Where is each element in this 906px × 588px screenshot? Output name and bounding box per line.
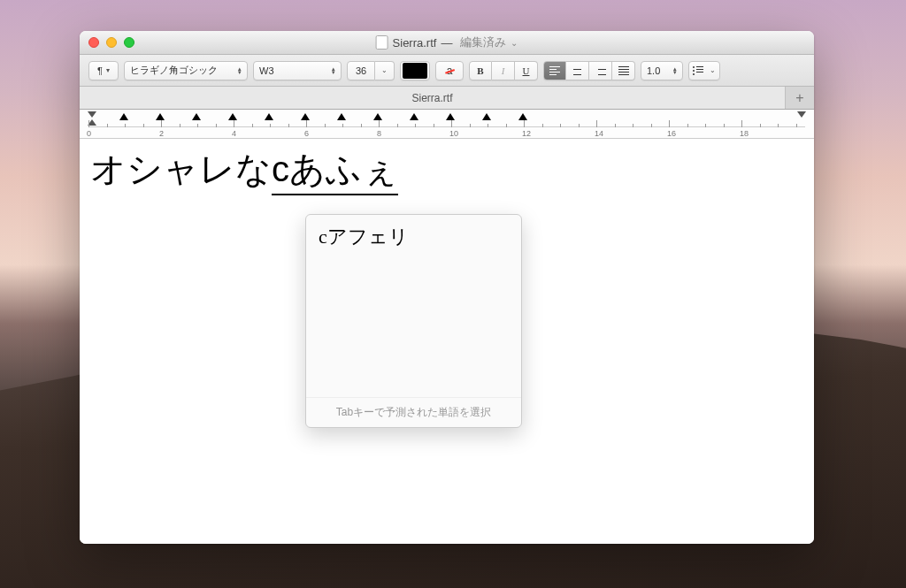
ime-composing-text: cあふぇ — [272, 149, 398, 195]
typed-text: オシャレな — [90, 149, 272, 188]
tab-stop-marker[interactable] — [228, 113, 237, 120]
font-weight-select[interactable]: W3 ▴▾ — [253, 61, 342, 80]
ruler-tick-label: 8 — [377, 129, 381, 138]
ruler-tick-label: 4 — [232, 129, 236, 138]
ruler-tick-label: 0 — [87, 129, 91, 138]
candidate-item[interactable]: cアフェリ — [306, 215, 521, 259]
document-text-line: オシャレなcあふぇ — [90, 148, 803, 190]
window-title-filename: Sierra.rtf — [393, 36, 437, 50]
minimize-button[interactable] — [106, 37, 117, 48]
text-color-button[interactable] — [400, 61, 430, 80]
tab-label: Sierra.rtf — [411, 92, 452, 104]
font-family-select[interactable]: ヒラギノ角ゴシック ▴▾ — [124, 61, 248, 80]
orientation-select[interactable]: ¶ ▾ — [88, 61, 119, 80]
font-size-group: 36 ⌄ — [347, 61, 395, 80]
tab-stop-marker[interactable] — [482, 113, 491, 120]
font-family-label: ヒラギノ角ゴシック — [130, 64, 218, 77]
tab-stop-marker[interactable] — [192, 113, 201, 120]
line-spacing-select[interactable]: 1.0 ▴▾ — [641, 61, 683, 80]
tab-stop-marker[interactable] — [518, 113, 527, 120]
window-titlebar[interactable]: Sierra.rtf — 編集済み ⌄ — [80, 31, 814, 55]
ruler-tick-label: 14 — [595, 129, 603, 138]
color-swatch-icon — [403, 63, 427, 79]
ruler-tick-label: 12 — [522, 129, 531, 138]
ruler-tick-label: 16 — [667, 129, 676, 138]
ruler-tick-label: 2 — [159, 129, 164, 138]
tab-stop-marker[interactable] — [373, 113, 382, 120]
align-center-button[interactable] — [566, 61, 589, 80]
tab-stop-marker[interactable] — [410, 113, 418, 120]
tab-stop-marker[interactable] — [265, 113, 273, 120]
align-left-button[interactable] — [543, 61, 566, 80]
new-tab-button[interactable]: + — [786, 87, 814, 109]
align-left-icon — [549, 66, 560, 75]
align-right-icon — [595, 66, 606, 75]
font-size-field[interactable]: 36 — [347, 61, 375, 80]
line-spacing-label: 1.0 — [647, 65, 660, 76]
ime-candidate-popup: cアフェリ Tabキーで予測された単語を選択 — [305, 214, 522, 428]
ruler[interactable]: 024681012141618 — [80, 110, 814, 139]
ruler-tick-label: 10 — [449, 129, 458, 138]
candidate-hint: Tabキーで予測された単語を選択 — [306, 397, 521, 427]
ruler-tick-label: 18 — [740, 129, 749, 138]
underline-button[interactable]: U — [515, 61, 538, 80]
edited-indicator: 編集済み — [460, 34, 506, 50]
align-center-icon — [572, 66, 583, 75]
font-weight-label: W3 — [259, 65, 274, 76]
maximize-button[interactable] — [124, 37, 134, 48]
document-tabbar: Sierra.rtf + — [80, 87, 814, 110]
ruler-tick-label: 6 — [304, 129, 309, 138]
pilcrow-icon: ¶ — [97, 65, 103, 76]
right-indent-marker[interactable] — [797, 111, 806, 118]
document-icon — [376, 35, 388, 50]
tab-stop-marker[interactable] — [446, 113, 455, 120]
highlight-a-icon: a — [447, 65, 453, 77]
document-editor[interactable]: オシャレなcあふぇ cアフェリ Tabキーで予測された単語を選択 — [80, 139, 814, 544]
highlight-color-button[interactable]: a — [435, 61, 464, 80]
font-size-stepper[interactable]: ⌄ — [375, 61, 395, 80]
italic-button[interactable]: I — [492, 61, 515, 80]
align-justify-button[interactable] — [612, 61, 635, 80]
title-dropdown-icon[interactable]: ⌄ — [511, 38, 518, 48]
plus-icon: + — [795, 90, 803, 106]
textedit-window: Sierra.rtf — 編集済み ⌄ ¶ ▾ ヒラギノ角ゴシック ▴▾ W3 … — [80, 31, 814, 544]
tab-stop-marker[interactable] — [337, 113, 346, 120]
format-toolbar: ¶ ▾ ヒラギノ角ゴシック ▴▾ W3 ▴▾ 36 ⌄ a B I U — [80, 55, 814, 87]
list-style-select[interactable]: ⌄ — [688, 61, 720, 80]
list-icon — [693, 66, 703, 75]
tab-stop-marker[interactable] — [301, 113, 310, 120]
bold-button[interactable]: B — [469, 61, 492, 80]
align-justify-icon — [618, 66, 629, 75]
align-right-button[interactable] — [589, 61, 612, 80]
alignment-group — [543, 61, 635, 80]
text-style-group: B I U — [469, 61, 538, 80]
tab-stop-marker[interactable] — [156, 113, 165, 120]
window-title-separator: — — [441, 36, 452, 50]
document-tab[interactable]: Sierra.rtf — [80, 87, 786, 109]
close-button[interactable] — [88, 37, 99, 48]
tab-stop-marker[interactable] — [119, 113, 128, 120]
